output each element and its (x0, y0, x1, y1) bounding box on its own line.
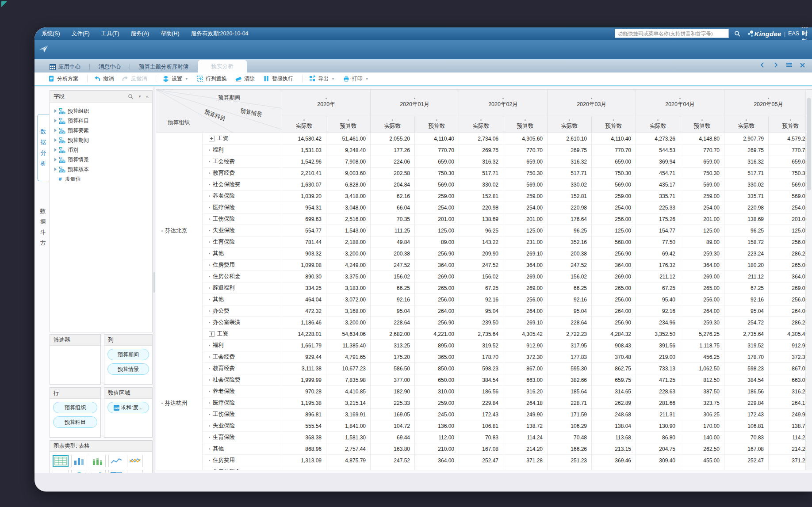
value-cell[interactable]: 274.38 (503, 466, 548, 470)
value-cell[interactable]: 598.23 (459, 363, 503, 374)
vertical-scrollbar[interactable] (805, 90, 812, 470)
value-cell[interactable]: 890.30 (282, 271, 326, 282)
value-cell[interactable]: 3,437.54 (326, 466, 371, 470)
value-cell[interactable]: 7,908.00 (326, 156, 371, 168)
dropdown-arrow-icon[interactable]: ▼ (185, 77, 188, 81)
dropdown-arrow-icon[interactable]: ▼ (331, 77, 335, 81)
value-cell[interactable]: 187.60 (724, 466, 769, 470)
tab-close-icon[interactable] (799, 61, 806, 69)
value-cell[interactable]: 364.00 (415, 259, 459, 271)
value-cell[interactable]: 66.25 (371, 282, 415, 294)
value-cell[interactable]: 750.30 (503, 168, 548, 179)
value-cell[interactable]: 67.25 (636, 282, 680, 294)
value-cell[interactable]: 310.00 (415, 386, 459, 397)
value-cell[interactable]: 2,757.44 (326, 443, 371, 455)
sub-col-header[interactable]: 预算数 (680, 116, 724, 133)
value-cell[interactable]: 384.54 (724, 374, 769, 386)
value-cell[interactable]: 269.00 (415, 271, 459, 282)
value-cell[interactable]: 377.00 (371, 374, 415, 386)
value-cell[interactable]: 111.25 (371, 225, 415, 236)
field-chip-[interactable]: 预算期间 (107, 349, 149, 360)
value-cell[interactable]: 770.70 (503, 145, 548, 156)
side-tab-data-analysis[interactable]: 数据分析 (37, 114, 49, 181)
value-cell[interactable]: 254.00 (503, 202, 548, 213)
value-cell[interactable]: 364.00 (415, 455, 459, 466)
value-cell[interactable]: 699.63 (282, 213, 326, 225)
value-cell[interactable]: 256.00 (503, 294, 548, 305)
value-cell[interactable]: 10,677.23 (326, 363, 371, 374)
field-chip-[interactable]: 预算情景 (107, 363, 149, 375)
value-cell[interactable]: 3,375.00 (326, 271, 371, 282)
value-cell[interactable]: 185.64 (548, 386, 592, 397)
value-cell[interactable]: 1,531.03 (282, 145, 326, 156)
value-cell[interactable]: 14,580.42 (282, 133, 326, 145)
subject-row-header[interactable]: 养老保险 (203, 386, 282, 397)
value-cell[interactable]: 172.43 (724, 409, 769, 420)
field-tree-item-1[interactable]: 预算科目 (52, 116, 150, 126)
value-cell[interactable]: 54,634.06 (326, 328, 371, 340)
value-cell[interactable]: 323.75 (680, 397, 724, 409)
value-cell[interactable]: 2,055.20 (371, 133, 415, 145)
subject-row-header[interactable]: 福利 (203, 145, 282, 156)
tab-scroll-left-icon[interactable] (759, 61, 766, 69)
value-cell[interactable]: 364.00 (503, 259, 548, 271)
value-cell[interactable]: 264.00 (415, 305, 459, 317)
chart-type-line-icon[interactable] (108, 455, 124, 467)
value-cell[interactable]: 228.64 (548, 317, 592, 328)
dropdown-arrow-icon[interactable]: ▼ (365, 77, 369, 81)
value-cell[interactable]: 187.60 (459, 466, 503, 470)
value-cell[interactable]: 4,284.32 (592, 328, 636, 340)
value-cell[interactable]: 352.16 (548, 236, 592, 248)
menu-item-3[interactable]: 服务(A) (131, 30, 149, 38)
value-cell[interactable]: 201.00 (503, 213, 548, 225)
value-cell[interactable]: 11,385.40 (326, 340, 371, 351)
value-cell[interactable]: 231.00 (503, 236, 548, 248)
value-cell[interactable]: 254.00 (680, 202, 724, 213)
value-cell[interactable]: 125.00 (415, 225, 459, 236)
value-cell[interactable]: 750.30 (415, 168, 459, 179)
value-cell[interactable]: 586.50 (371, 363, 415, 374)
value-cell[interactable]: 158.72 (724, 236, 769, 248)
value-cell[interactable]: 51,461.00 (326, 133, 371, 145)
value-cell[interactable]: 908.43 (592, 340, 636, 351)
value-cell[interactable]: 138.04 (592, 420, 636, 432)
field-chip-[interactable]: 预算科目 (53, 416, 97, 428)
value-cell[interactable]: 464.04 (282, 294, 326, 305)
value-cell[interactable]: 306.25 (680, 409, 724, 420)
sub-col-header[interactable]: 预算数 (592, 116, 636, 133)
value-cell[interactable]: 156.02 (459, 271, 503, 282)
value-cell[interactable]: 265.00 (415, 282, 459, 294)
value-cell[interactable]: 568.00 (592, 236, 636, 248)
value-cell[interactable]: 896.81 (282, 409, 326, 420)
value-cell[interactable]: 269.75 (724, 145, 769, 156)
value-cell[interactable]: 650.00 (415, 374, 459, 386)
value-cell[interactable]: 555.54 (282, 420, 326, 432)
value-cell[interactable]: 92.16 (371, 294, 415, 305)
value-cell[interactable]: 176.64 (548, 213, 592, 225)
value-cell[interactable]: 143.22 (459, 236, 503, 248)
tab-list-icon[interactable] (785, 61, 793, 69)
expand-triangle-icon[interactable] (54, 129, 57, 132)
value-cell[interactable]: 245.00 (415, 409, 459, 420)
sub-col-header[interactable]: 实际数 (724, 116, 769, 133)
value-cell[interactable]: 220.98 (724, 202, 769, 213)
subject-row-header[interactable]: 医疗保险 (203, 397, 282, 409)
value-cell[interactable]: 138.72 (503, 420, 548, 432)
value-cell[interactable]: 4,305.42 (503, 328, 548, 340)
value-cell[interactable]: 659.75 (592, 374, 636, 386)
value-cell[interactable]: 264.00 (503, 305, 548, 317)
value-cell[interactable]: 659.00 (680, 156, 724, 168)
col-group-header-5[interactable]: 2020年05月 (724, 90, 812, 116)
value-cell[interactable]: 201.00 (680, 213, 724, 225)
field-tree-item-2[interactable]: 预算要素 (52, 126, 150, 135)
org-group-cell-0[interactable]: 芬达北京 (156, 133, 203, 328)
value-cell[interactable]: 95.04 (459, 305, 503, 317)
value-cell[interactable]: 225.33 (636, 202, 680, 213)
value-cell[interactable]: 387.50 (680, 386, 724, 397)
value-cell[interactable]: 67.25 (459, 282, 503, 294)
value-cell[interactable]: 178.70 (459, 351, 503, 363)
toolbar-layers-button[interactable]: 设置▼ (162, 75, 188, 83)
value-cell[interactable]: 171.59 (548, 409, 592, 420)
tab-scroll-right-icon[interactable] (772, 61, 779, 69)
tab-active-3[interactable]: 预实分析 (198, 60, 247, 72)
